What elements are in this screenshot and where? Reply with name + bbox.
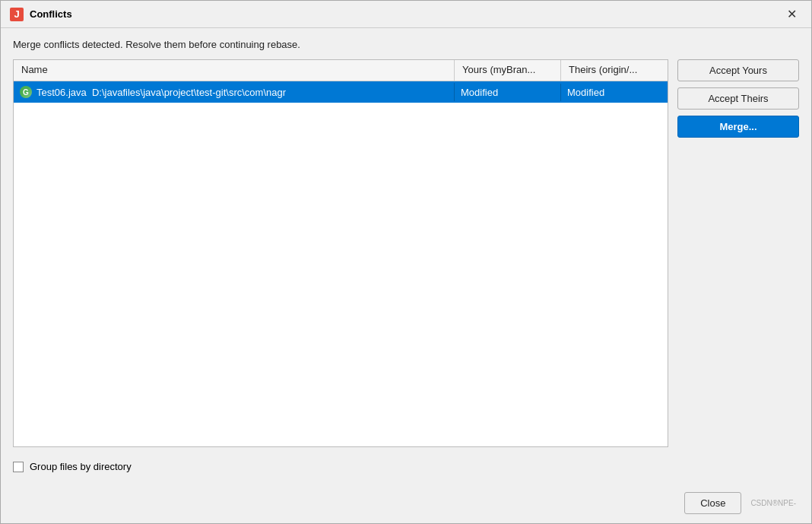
footer-bar: Close CSDN®NPE- bbox=[1, 486, 811, 523]
watermark: CSDN®NPE- bbox=[750, 499, 799, 507]
accept-theirs-button[interactable]: Accept Theirs bbox=[677, 87, 799, 110]
merge-button[interactable]: Merge... bbox=[677, 116, 799, 138]
table-body: G Test06.java D:\javafiles\java\project\… bbox=[14, 81, 668, 446]
col-name: Name bbox=[14, 60, 455, 81]
col-theirs: Theirs (origin/... bbox=[561, 60, 668, 81]
title-bar: J Conflicts ✕ bbox=[1, 1, 811, 28]
yours-status-cell: Modified bbox=[455, 84, 561, 101]
conflicts-dialog: J Conflicts ✕ Merge conflicts detected. … bbox=[0, 0, 812, 524]
main-content: Name Yours (myBran... Theirs (origin/...… bbox=[13, 59, 799, 447]
close-dialog-button[interactable]: Close bbox=[684, 492, 741, 514]
title-bar-left: J Conflicts bbox=[10, 8, 72, 21]
action-buttons: Accept Yours Accept Theirs Merge... bbox=[677, 59, 799, 447]
app-icon: J bbox=[10, 8, 24, 21]
group-files-row: Group files by directory bbox=[13, 456, 799, 475]
group-files-label: Group files by directory bbox=[30, 461, 132, 472]
window-close-button[interactable]: ✕ bbox=[781, 5, 802, 24]
file-display-name: Test06.java D:\javafiles\java\project\te… bbox=[36, 87, 286, 98]
conflicts-table: Name Yours (myBran... Theirs (origin/...… bbox=[13, 59, 668, 447]
dialog-body: Merge conflicts detected. Resolve them b… bbox=[1, 28, 811, 486]
file-icon: G bbox=[20, 86, 32, 98]
subtitle-text: Merge conflicts detected. Resolve them b… bbox=[13, 39, 799, 50]
window-title: Conflicts bbox=[30, 8, 72, 20]
theirs-status-cell: Modified bbox=[561, 84, 668, 101]
group-files-checkbox[interactable] bbox=[13, 462, 24, 472]
table-header: Name Yours (myBran... Theirs (origin/... bbox=[14, 60, 668, 81]
table-row[interactable]: G Test06.java D:\javafiles\java\project\… bbox=[14, 81, 668, 103]
col-yours: Yours (myBran... bbox=[455, 60, 561, 81]
svg-text:J: J bbox=[14, 8, 19, 20]
file-name-cell: G Test06.java D:\javafiles\java\project\… bbox=[14, 83, 455, 101]
accept-yours-button[interactable]: Accept Yours bbox=[677, 59, 799, 81]
